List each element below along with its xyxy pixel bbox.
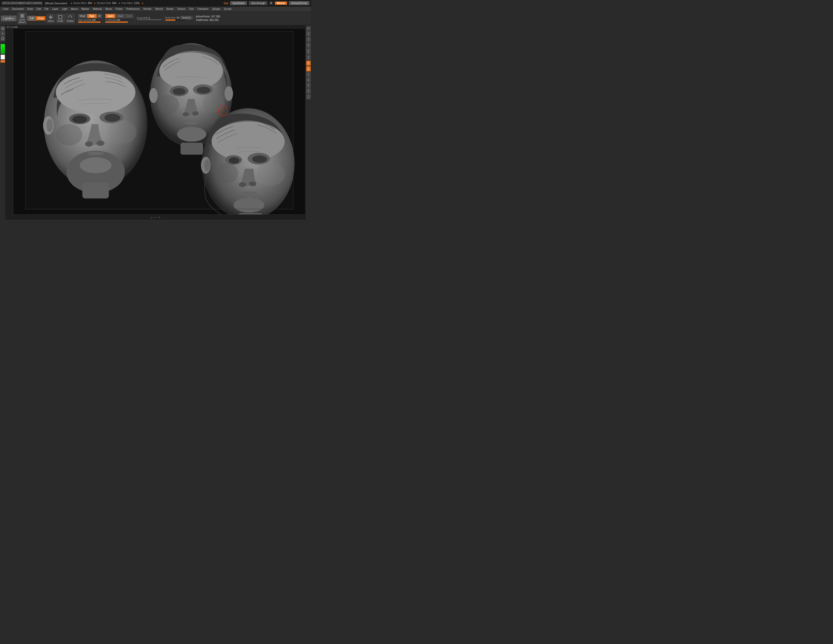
quicksketch-button[interactable]: Quick Sketch xyxy=(18,13,27,24)
edit-button[interactable]: Edit xyxy=(28,16,35,21)
right-btn-act[interactable]: Act xyxy=(306,42,311,47)
menu-marker[interactable]: Marker xyxy=(80,7,91,11)
orange-accent-btn[interactable] xyxy=(0,60,5,63)
right-btn-loc[interactable]: Loc xyxy=(306,66,311,71)
svg-point-46 xyxy=(203,92,225,112)
right-btn-spi[interactable]: SPi xyxy=(306,31,311,36)
menu-macro[interactable]: Macro xyxy=(69,7,79,11)
active-mem-label: ● Active Mem 394 ● Scratch Disk 944 ● Fr… xyxy=(70,2,144,5)
svg-point-63 xyxy=(222,110,224,111)
right-btn-fra[interactable]: Fra xyxy=(306,77,311,82)
mrgb-button[interactable]: Mrgb xyxy=(78,14,87,18)
menu-stroke[interactable]: Stroke xyxy=(165,7,175,11)
zcut-button[interactable]: Zcut xyxy=(125,14,133,18)
menu-layer[interactable]: Layer xyxy=(50,7,60,11)
svg-point-39 xyxy=(197,87,211,93)
viewport[interactable] xyxy=(13,28,306,215)
scroll-arrow-down: ▼ xyxy=(158,216,161,219)
free-mem-label: Free Mem xyxy=(121,2,133,5)
active-mem-val: 394 xyxy=(88,2,92,5)
right-btn-lis[interactable]: Lis xyxy=(306,72,311,77)
focal-shift-slider[interactable] xyxy=(137,19,162,20)
toolbar-separator-1 xyxy=(76,14,77,23)
quicksketch-label: Quick xyxy=(19,18,25,21)
menu-picker[interactable]: Picker xyxy=(114,7,124,11)
seethrough-button[interactable]: See-through xyxy=(249,1,267,5)
right-btn-mo[interactable]: Mo xyxy=(306,83,311,88)
z-intensity-slider[interactable] xyxy=(105,21,128,23)
total-points-value: 882,055 xyxy=(209,19,219,21)
right-btn-pol[interactable]: Pol xyxy=(306,94,311,99)
scale-button[interactable]: Scale xyxy=(56,14,64,23)
svg-point-27 xyxy=(96,141,105,146)
canvas-area[interactable]: -37,-0.448 xyxy=(6,25,306,220)
color-swatch-green[interactable] xyxy=(0,44,5,54)
toolbar: LightBox Quick Sketch Edit Draw Move xyxy=(0,11,311,25)
svg-point-40 xyxy=(182,112,189,116)
menu-document[interactable]: Document xyxy=(11,7,25,11)
left-tool-btn-1[interactable] xyxy=(0,26,5,31)
doc-title: ZBrush Document xyxy=(45,2,67,5)
menu-texture[interactable]: Texture xyxy=(176,7,187,11)
z-intensity-value: 100 xyxy=(116,19,120,21)
svg-rect-61 xyxy=(238,213,263,214)
rgb-intensity-slider[interactable] xyxy=(78,21,101,23)
right-btn-br[interactable]: Br xyxy=(306,26,311,31)
scroll-indicator: ▲ ● ● ▼ xyxy=(150,216,161,219)
rgb-button[interactable]: Rgb xyxy=(87,14,96,18)
menu-stencil[interactable]: Stencil xyxy=(154,7,164,11)
draw-size-value: 50 xyxy=(177,16,179,19)
quicksave-button[interactable]: QuickSave xyxy=(230,1,247,5)
main-layout: ● -37,-0.448 xyxy=(0,25,311,220)
svg-point-50 xyxy=(204,159,210,171)
svg-point-3 xyxy=(50,16,51,18)
draw-button[interactable]: Draw xyxy=(36,16,45,21)
svg-point-60 xyxy=(216,163,238,184)
right-btn-per[interactable]: Per xyxy=(306,55,311,60)
right-btn-scr[interactable]: Scr xyxy=(306,37,311,42)
svg-point-35 xyxy=(159,53,223,90)
left-sidebar: ● xyxy=(0,25,6,220)
dynamic-button[interactable]: Dynamic xyxy=(180,16,193,19)
menu-transform[interactable]: Transform xyxy=(196,7,210,11)
menu-movie[interactable]: Movie xyxy=(104,7,114,11)
zsub-button[interactable]: Zsub xyxy=(116,14,125,18)
menu-render[interactable]: Render xyxy=(142,7,153,11)
right-btn-aah[interactable]: AAH xyxy=(306,48,311,54)
draw-size-slider[interactable] xyxy=(165,19,185,21)
menu-preferences[interactable]: Preferences xyxy=(125,7,142,11)
defaultscript-button[interactable]: DefaultZScript xyxy=(289,1,309,5)
move-button[interactable]: Move xyxy=(47,14,55,23)
svg-point-59 xyxy=(256,162,286,186)
color-swatch-white[interactable] xyxy=(0,55,5,60)
menu-zscript[interactable]: Zscript xyxy=(222,7,233,11)
svg-rect-33 xyxy=(82,183,109,198)
menu-draw[interactable]: Draw xyxy=(26,7,34,11)
menu-material[interactable]: Material xyxy=(92,7,103,11)
scratch-disk-val: 944 xyxy=(112,2,116,5)
active-mem-label-text: Active Mem xyxy=(73,2,86,5)
menu-light[interactable]: Light xyxy=(60,7,69,11)
rotate-button[interactable]: Rotate xyxy=(66,14,75,23)
menu-zplugin[interactable]: Zplugin xyxy=(211,7,222,11)
menu-color[interactable]: Color xyxy=(1,7,10,11)
toolbar-separator-2 xyxy=(103,14,104,23)
menu-file[interactable]: File xyxy=(43,7,50,11)
total-points-label: TotalPoints: xyxy=(196,19,209,21)
lightbox-button[interactable]: LightBox xyxy=(1,16,16,21)
menu-tool[interactable]: Tool xyxy=(187,7,195,11)
right-btn-flo[interactable]: Flo xyxy=(306,61,311,66)
scale-label: Scale xyxy=(58,20,63,22)
m-button[interactable]: M xyxy=(97,14,102,18)
zadd-button[interactable]: Zadd xyxy=(105,14,115,18)
quicksketch-label2: Sketch xyxy=(19,21,26,24)
right-btn-rot[interactable]: Rot xyxy=(306,89,311,94)
free-mem-val: 1191 xyxy=(134,2,140,5)
svg-marker-7 xyxy=(52,16,53,18)
left-tool-btn-2[interactable]: ● xyxy=(0,31,5,36)
left-tool-btn-3[interactable] xyxy=(0,36,5,41)
z-intensity-label: Z Intensity xyxy=(105,19,116,21)
menu-edit[interactable]: Edit xyxy=(35,7,42,11)
svg-point-23 xyxy=(72,116,87,123)
menus-button[interactable]: Menus xyxy=(275,2,287,5)
